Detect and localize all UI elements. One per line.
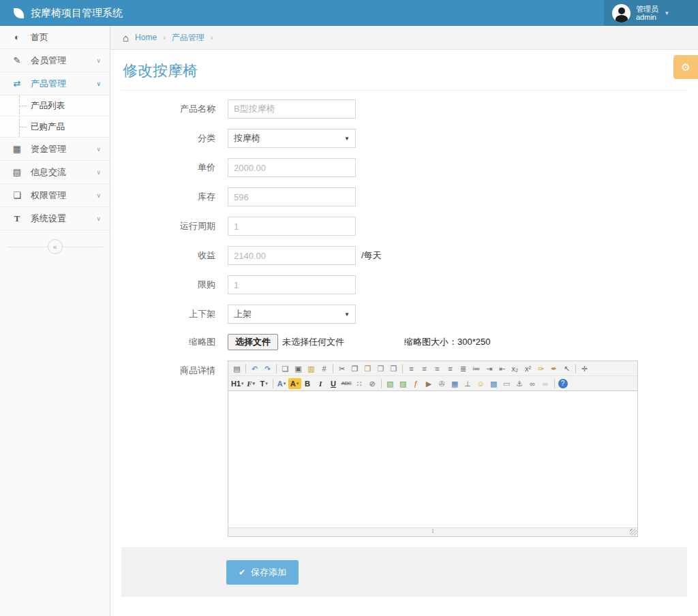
user-avatar xyxy=(612,4,631,22)
unit-price-input[interactable] xyxy=(228,158,356,177)
fullscreen-icon[interactable]: ✛ xyxy=(578,363,591,375)
select-all-icon[interactable]: ↖ xyxy=(560,363,573,375)
editor-content-area[interactable] xyxy=(228,391,637,527)
quick-format-icon[interactable]: ✒ xyxy=(547,363,560,375)
about-icon[interactable]: ? xyxy=(558,379,568,388)
paste-word-icon[interactable]: ❒ xyxy=(387,363,400,375)
heading-dropdown[interactable]: H1▾ xyxy=(230,378,245,390)
media-icon[interactable]: ▶ xyxy=(423,378,436,390)
template-icon[interactable]: ▥ xyxy=(305,363,318,375)
income-suffix: /每天 xyxy=(361,249,382,262)
indent-icon[interactable]: ⇥ xyxy=(483,363,496,375)
unlink-icon[interactable]: ∞ xyxy=(539,378,552,390)
image-icon[interactable]: ▧ xyxy=(384,378,397,390)
align-right-icon[interactable]: ≡ xyxy=(431,363,444,375)
toolbar-separator xyxy=(276,364,277,373)
save-button[interactable]: ✔ 保存添加 xyxy=(226,560,299,585)
editor-resize-handle[interactable]: ↕ xyxy=(431,527,435,534)
justify-icon[interactable]: ≡ xyxy=(444,363,457,375)
sidebar-item-products[interactable]: ⇄ 产品管理 ∨ xyxy=(0,72,110,95)
forecolor-button[interactable]: A▾ xyxy=(275,378,288,390)
ordered-list-icon[interactable]: ≣ xyxy=(457,363,470,375)
hilitecolor-button[interactable]: A▾ xyxy=(288,378,301,389)
underline-icon[interactable]: U xyxy=(327,378,340,390)
breadcrumb-separator: › xyxy=(211,33,213,42)
sidebar-item-settings[interactable]: T 系统设置 ∨ xyxy=(0,207,110,230)
check-icon: ✔ xyxy=(239,568,245,577)
stock-input[interactable] xyxy=(228,187,356,206)
sidebar-item-messages[interactable]: ▤ 信息交流 ∨ xyxy=(0,161,110,184)
toolbar-separator xyxy=(554,379,555,388)
sidebar-item-permissions[interactable]: ❏ 权限管理 ∨ xyxy=(0,184,110,207)
anchor-icon[interactable]: ⚓ xyxy=(513,378,526,390)
hr-icon[interactable]: ⊥ xyxy=(461,378,474,390)
lineheight-icon[interactable]: ∷ xyxy=(353,378,366,390)
table-icon[interactable]: ▦ xyxy=(449,378,461,390)
undo-icon[interactable]: ↶ xyxy=(248,363,261,375)
align-left-icon[interactable]: ≡ xyxy=(405,363,418,375)
toolbar-separator xyxy=(245,364,246,373)
shelf-status-label: 上下架 xyxy=(121,308,215,320)
preview-icon[interactable]: ❏ xyxy=(279,363,292,375)
purchase-limit-input[interactable] xyxy=(228,275,356,294)
chevron-down-icon: ∨ xyxy=(96,192,101,199)
fontname-dropdown[interactable]: F▾ xyxy=(245,378,258,390)
dropdown-caret-icon: ▾ xyxy=(284,381,286,386)
outdent-icon[interactable]: ⇤ xyxy=(496,363,509,375)
paste-icon[interactable]: ❒ xyxy=(361,363,374,375)
shelf-status-select[interactable]: 上架 ▼ xyxy=(228,305,356,324)
bold-icon[interactable]: B xyxy=(301,378,314,390)
select-caret-icon: ▼ xyxy=(344,136,350,142)
purchase-limit-label: 限购 xyxy=(121,279,215,291)
pagebreak-icon[interactable]: ▭ xyxy=(500,378,513,390)
toolbar-separator xyxy=(273,379,273,388)
multi-image-icon[interactable]: ▨ xyxy=(397,378,410,390)
sidebar-collapse-bar: « xyxy=(0,239,110,254)
subscript-icon[interactable]: x₂ xyxy=(509,363,521,375)
edit-icon: ✎ xyxy=(12,55,22,65)
map-icon[interactable]: ▩ xyxy=(487,378,500,390)
breadcrumb-products-link[interactable]: 产品管理 xyxy=(172,32,204,44)
toolbar-separator xyxy=(381,379,382,388)
emoticons-icon[interactable]: ☺ xyxy=(474,378,487,390)
copy-icon[interactable]: ❐ xyxy=(348,363,361,375)
product-name-label: 产品名称 xyxy=(121,103,215,115)
choose-file-button[interactable]: 选择文件 xyxy=(228,334,278,350)
remove-format-icon[interactable]: ⊘ xyxy=(366,378,379,390)
link-icon[interactable]: ∞ xyxy=(526,378,539,390)
box-header: 修改按摩椅 xyxy=(121,59,687,91)
fontsize-dropdown[interactable]: T▾ xyxy=(258,378,271,390)
chevron-down-icon: ∨ xyxy=(96,146,101,153)
code-icon[interactable]: # xyxy=(318,363,331,375)
category-select[interactable]: 按摩椅 ▼ xyxy=(228,129,356,148)
superscript-icon[interactable]: x² xyxy=(521,363,534,375)
product-name-input[interactable] xyxy=(228,99,356,119)
sidebar-item-funds[interactable]: ▦ 资金管理 ∨ xyxy=(0,138,110,161)
cut-icon[interactable]: ✂ xyxy=(335,363,348,375)
sidebar-item-members[interactable]: ✎ 会员管理 ∨ xyxy=(0,49,110,72)
redo-icon[interactable]: ↷ xyxy=(261,363,274,375)
settings-gear-button[interactable]: ⚙ xyxy=(673,55,698,79)
user-menu[interactable]: 管理员 admin ▾ xyxy=(604,0,698,26)
income-input[interactable] xyxy=(228,246,356,265)
clear-format-icon[interactable]: ✑ xyxy=(534,363,547,375)
sidebar-item-home[interactable]: ◐ 首页 xyxy=(0,26,110,49)
align-center-icon[interactable]: ≡ xyxy=(418,363,431,375)
attachment-icon[interactable]: ✇ xyxy=(436,378,449,390)
flash-icon[interactable]: ƒ xyxy=(410,378,423,390)
source-icon[interactable]: ▤ xyxy=(230,363,243,375)
italic-icon[interactable]: I xyxy=(314,378,327,390)
editor-toolbar-row1: ▤↶↷❏▣▥#✂❐❒❒❒≡≡≡≡≣≔⇥⇤x₂x²✑✒↖✛ xyxy=(228,361,637,376)
breadcrumb-home-link[interactable]: Home xyxy=(135,33,157,42)
editor-corner-grip[interactable] xyxy=(630,529,637,536)
sidebar-collapse-button[interactable]: « xyxy=(48,239,63,254)
print-icon[interactable]: ▣ xyxy=(292,363,305,375)
toolbar-separator xyxy=(402,364,403,373)
paste-text-icon[interactable]: ❒ xyxy=(374,363,387,375)
sidebar-subitem-purchased-products[interactable]: 已购产品 xyxy=(0,117,110,138)
unordered-list-icon[interactable]: ≔ xyxy=(470,363,483,375)
strikethrough-icon[interactable]: ABC xyxy=(340,378,353,390)
sidebar-subitem-product-list[interactable]: 产品列表 xyxy=(0,95,110,117)
toolbar-separator xyxy=(575,364,576,373)
run-cycle-input[interactable] xyxy=(228,217,356,236)
